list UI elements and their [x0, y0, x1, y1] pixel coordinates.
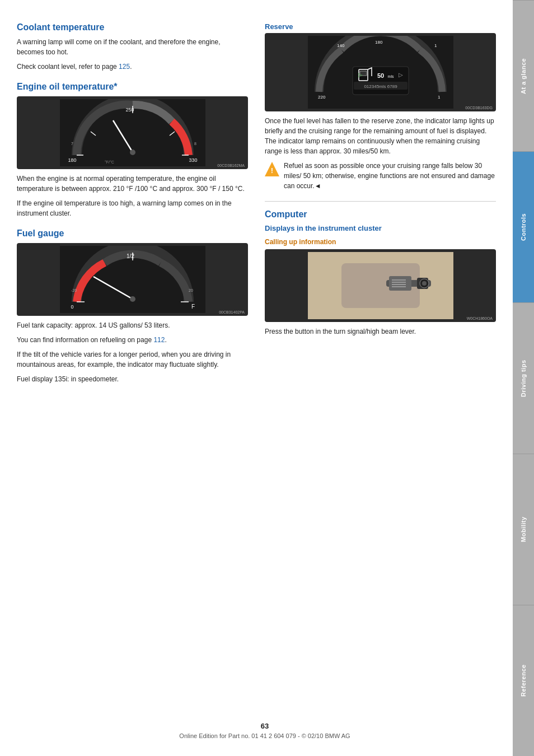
page-container: Coolant temperature A warning lamp will …: [0, 0, 534, 756]
engine-oil-image: 180 250 330 7 8 °F/°C 00CD3B162MA: [17, 96, 248, 169]
svg-text:1/2: 1/2: [127, 253, 134, 259]
two-column-layout: Coolant temperature A warning lamp will …: [17, 22, 496, 394]
coolant-body2: Check coolant level, refer to page 125.: [17, 62, 248, 72]
svg-text:1: 1: [438, 95, 441, 100]
calling-up-image: W0CH1860OA: [265, 249, 496, 322]
engine-oil-body2: If the engine oil temperature is too hig…: [17, 198, 248, 218]
svg-text:°F/°C: °F/°C: [105, 160, 114, 164]
engine-oil-img-ref: 00CD3B162MA: [217, 164, 245, 167]
reserve-gauge-svg: 220 140 1 1 180 50: [308, 36, 453, 109]
svg-text:7: 7: [71, 142, 73, 146]
warning-box: Refuel as soon as possible once your cru…: [265, 161, 496, 191]
sidebar-tab-mobility[interactable]: Mobility: [513, 454, 534, 605]
sidebar-tab-driving-tips[interactable]: Driving tips: [513, 302, 534, 454]
sidebar-tab-controls[interactable]: Controls: [513, 151, 534, 302]
fuel-gauge-image: 0 1/2 F -20 20 00CB31402PA: [17, 243, 248, 316]
svg-text:012345mls 6789: 012345mls 6789: [364, 84, 397, 89]
svg-text:20: 20: [189, 288, 193, 292]
reserve-img-ref: 00CD3B163DG: [465, 106, 493, 110]
divider: [265, 201, 496, 202]
svg-text:▷: ▷: [358, 72, 363, 78]
reserve-image: 220 140 1 1 180 50: [265, 33, 496, 111]
calling-up-img-ref: W0CH1860OA: [467, 316, 493, 320]
left-column: Coolant temperature A warning lamp will …: [17, 22, 248, 394]
svg-text:220: 220: [318, 95, 326, 100]
fuel-gauge-body2: You can find information on refueling on…: [17, 335, 248, 345]
svg-text:180: 180: [375, 40, 383, 45]
computer-section: Computer Displays in the instrument clus…: [265, 209, 496, 337]
page-number: 63: [17, 722, 513, 730]
engine-oil-body1: When the engine is at normal operating t…: [17, 174, 248, 194]
calling-up-subheading: Calling up information: [265, 238, 496, 246]
page-footer: 63 Online Edition for Part no. 01 41 2 6…: [17, 722, 513, 739]
coolant-body1: A warning lamp will come on if the coola…: [17, 37, 248, 57]
engine-oil-heading: Engine oil temperature*: [17, 82, 248, 92]
svg-text:8: 8: [194, 142, 196, 146]
svg-text:330: 330: [189, 157, 197, 163]
reserve-body1: Once the fuel level has fallen to the re…: [265, 116, 496, 156]
fuel-page-link[interactable]: 112: [153, 336, 165, 344]
svg-point-12: [130, 150, 135, 155]
footer-text: Online Edition for Part no. 01 41 2 604 …: [179, 732, 350, 739]
coolant-section: Coolant temperature A warning lamp will …: [17, 22, 248, 72]
fuel-gauge-body1: Fuel tank capacity: approx. 14 US gallon…: [17, 320, 248, 330]
svg-text:140: 140: [337, 43, 345, 48]
svg-text:-20: -20: [71, 288, 77, 292]
sidebar-tab-at-a-glance[interactable]: At a glance: [513, 0, 534, 151]
svg-text:▷: ▷: [399, 72, 403, 78]
fuel-gauge-svg: 0 1/2 F -20 20: [60, 246, 205, 313]
fuel-gauge-body3: If the tilt of the vehicle varies for a …: [17, 349, 248, 370]
sidebar-tab-reference[interactable]: Reference: [513, 605, 534, 756]
svg-text:180: 180: [68, 157, 76, 163]
svg-text:F: F: [191, 304, 194, 310]
fuel-gauge-img-ref: 00CB31402PA: [219, 310, 245, 314]
coolant-heading: Coolant temperature: [17, 22, 248, 32]
main-content: Coolant temperature A warning lamp will …: [0, 0, 513, 756]
displays-subheading: Displays in the instrument cluster: [265, 224, 496, 232]
engine-oil-gauge-svg: 180 250 330 7 8 °F/°C: [60, 99, 205, 166]
calling-up-svg: [308, 252, 453, 319]
right-column: Reserve 220 140 1: [265, 22, 496, 394]
warning-text: Refuel as soon as possible once your cru…: [284, 161, 496, 191]
svg-point-22: [130, 296, 135, 302]
fuel-gauge-heading: Fuel gauge: [17, 228, 248, 239]
svg-text:0: 0: [71, 304, 73, 310]
warning-icon: [265, 162, 279, 176]
svg-point-45: [422, 281, 427, 286]
svg-text:mls: mls: [387, 74, 394, 78]
reserve-heading: Reserve: [265, 22, 496, 31]
engine-oil-section: Engine oil temperature*: [17, 82, 248, 218]
fuel-gauge-section: Fuel gauge: [17, 228, 248, 384]
computer-heading: Computer: [265, 209, 496, 220]
svg-text:1: 1: [434, 43, 437, 48]
sidebar: At a glance Controls Driving tips Mobili…: [513, 0, 534, 756]
coolant-page-link[interactable]: 125: [119, 63, 130, 71]
svg-text:50: 50: [377, 72, 383, 79]
computer-body1: Press the button in the turn signal/high…: [265, 326, 496, 337]
svg-rect-46: [389, 276, 411, 291]
fuel-gauge-body4: Fuel display 135i: in speedometer.: [17, 374, 248, 384]
svg-text:250: 250: [125, 107, 134, 113]
reserve-section: Reserve 220 140 1: [265, 22, 496, 191]
